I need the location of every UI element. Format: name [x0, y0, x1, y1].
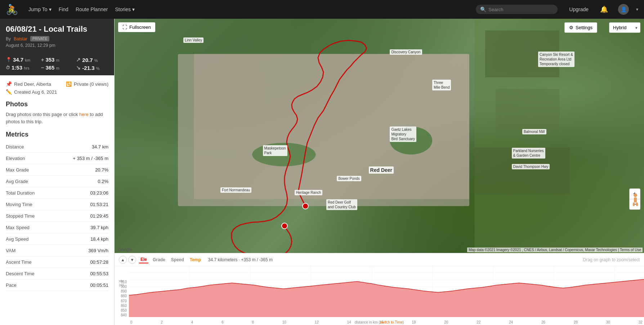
y-axis-label: ele(m) — [115, 279, 128, 287]
metrics-section: Metrics Distance 34.7 km Elevation + 353… — [6, 131, 108, 291]
map-type-select[interactable]: Hybrid Satellite Map — [609, 22, 640, 33]
elevation-down-icon: − — [41, 64, 44, 71]
clock-icon: ⏱ — [6, 65, 10, 70]
map-type-wrapper: Hybrid Satellite Map ▾ — [609, 22, 640, 33]
nav-jump-to[interactable]: Jump To ▾ — [28, 6, 52, 12]
trip-author[interactable]: Batstar — [14, 36, 27, 41]
svg-rect-10 — [633, 202, 635, 206]
metric-moving-time: Moving Time 01:53:21 — [6, 199, 108, 210]
settings-button[interactable]: ⚙ Settings — [564, 22, 597, 33]
metric-max-grade: Max Grade 20.7% — [6, 164, 108, 176]
metrics-section-title: Metrics — [6, 131, 108, 138]
trip-meta: By Batstar PRIVATE — [6, 36, 108, 41]
metric-avg-grade: Avg Grade 0.2% — [6, 176, 108, 187]
metric-distance: Distance 34.7 km — [6, 141, 108, 153]
right-section: Linn Valley Discovery Canyon ThreeMile B… — [115, 19, 644, 325]
location-text: Red Deer, Alberta — [14, 81, 51, 87]
left-content: 📌 Red Deer, Alberta 🔁 Private (0 views) … — [0, 75, 114, 297]
trip-header: 06/08/21 - Local Trails By Batstar PRIVA… — [0, 19, 114, 52]
stat-max-grade: ↗ 20.7 % — [76, 57, 108, 63]
chart-tab-speed[interactable]: Speed — [170, 257, 185, 263]
location-row: 📌 Red Deer, Alberta 🔁 Private (0 views) — [6, 81, 108, 87]
metric-max-speed: Max Speed 39.7 kph — [6, 222, 108, 233]
chart-tab-temp[interactable]: Temp — [188, 257, 202, 263]
photos-section-title: Photos — [6, 101, 108, 108]
chart-body[interactable]: 910 900 890 880 870 860 850 840 ele(m) — [115, 266, 644, 325]
search-box: 🔍 — [476, 5, 558, 14]
left-panel: 06/08/21 - Local Trails By Batstar PRIVA… — [0, 19, 115, 325]
search-icon: 🔍 — [480, 6, 486, 12]
elevation-svg — [129, 266, 644, 317]
user-avatar[interactable]: 👤 — [618, 4, 629, 15]
x-axis-unit-label: distance in km (switch to Time) — [355, 320, 404, 324]
avatar-dropdown[interactable]: ▾ — [636, 7, 638, 12]
privacy-icon: 🔁 — [66, 81, 72, 87]
urban-overlay — [178, 54, 469, 206]
main-layout: 06/08/21 - Local Trails By Batstar PRIVA… — [0, 0, 644, 325]
pencil-icon: ✏️ — [6, 89, 12, 95]
stat-distance: 📍 34.7 km — [6, 57, 38, 63]
photos-description: Drag photos onto this page or click here… — [6, 111, 108, 125]
nav-find[interactable]: Find — [59, 6, 68, 12]
location-pin-icon: 📌 — [6, 81, 12, 87]
map-attribution-text: Map data ©2021 Imagery ©2021 , CNES / Ai… — [467, 248, 643, 252]
fullscreen-button[interactable]: ⛶ Fullscreen — [118, 22, 155, 32]
elevation-up-icon: + — [41, 57, 44, 63]
street-view-person[interactable] — [631, 193, 640, 206]
chart-stats-text: 34.7 kilometers · +353 m / -365 m — [208, 257, 273, 262]
chevron-down-icon: ▾ — [132, 6, 135, 12]
svg-point-8 — [634, 193, 637, 197]
chart-up-button[interactable]: ▲ — [119, 256, 127, 264]
privacy-views-text: Private (0 views) — [74, 81, 108, 87]
created-row: ✏️ Created Aug 6, 2021 — [6, 89, 108, 95]
gear-icon: ⚙ — [569, 25, 573, 30]
trip-title: 06/08/21 - Local Trails — [6, 25, 108, 34]
top-nav: 🚴 Jump To ▾ Find Route Planner Stories ▾… — [0, 0, 644, 19]
metric-ascent-time: Ascent Time 00:57:28 — [6, 257, 108, 268]
switch-to-time-link[interactable]: switch to Time — [380, 320, 403, 324]
chart-toolbar: ▲ ▼ Ele Grade Speed Temp 34.7 kilometers… — [115, 253, 644, 266]
metric-elevation: Elevation + 353 m / -365 m — [6, 153, 108, 164]
trip-date: August 6, 2021, 12:29 pm — [6, 43, 108, 48]
stat-elevation-loss: − 365 m — [41, 64, 73, 71]
stat-duration: ⏱ 1:53 hrs — [6, 64, 38, 71]
chart-down-button[interactable]: ▼ — [128, 256, 136, 264]
privacy-badge: PRIVATE — [30, 36, 49, 41]
fullscreen-icon: ⛶ — [122, 25, 127, 30]
chart-tab-grade[interactable]: Grade — [151, 257, 167, 263]
photos-link[interactable]: here — [79, 112, 89, 117]
nav-stories[interactable]: Stories ▾ — [115, 6, 135, 12]
metric-total-duration: Total Duration 03:23:06 — [6, 187, 108, 199]
metric-stopped-time: Stopped Time 01:29:45 — [6, 210, 108, 222]
grade-up-icon: ↗ — [76, 57, 81, 63]
metric-pace: Pace 00:05:51 — [6, 280, 108, 291]
nav-route-planner[interactable]: Route Planner — [76, 6, 108, 12]
stat-elevation-gain: + 353 m — [41, 57, 73, 63]
svg-rect-11 — [636, 202, 638, 206]
grade-down-icon: ↘ — [76, 64, 81, 71]
chart-arrows: ▲ ▼ — [119, 256, 136, 264]
search-input[interactable] — [488, 7, 553, 12]
map-container[interactable]: Linn Valley Discovery Canyon ThreeMile B… — [115, 19, 644, 253]
metric-avg-speed: Avg Speed 18.4 kph — [6, 233, 108, 245]
elevation-chart-section: ▲ ▼ Ele Grade Speed Temp 34.7 kilometers… — [115, 253, 644, 325]
svg-rect-9 — [634, 197, 637, 202]
metric-vam: VAM 369 Vm/h — [6, 245, 108, 257]
metric-descent-time: Descent Time 00:55:53 — [6, 268, 108, 280]
distance-icon: 📍 — [6, 57, 12, 62]
chevron-down-icon: ▾ — [49, 6, 52, 12]
stat-min-grade: ↘ -21.3 % — [76, 64, 108, 71]
chart-drag-hint: Drag on graph to zoom/select — [583, 257, 640, 262]
chart-tab-elevation[interactable]: Ele — [139, 256, 148, 263]
upgrade-button[interactable]: Upgrade — [569, 6, 589, 12]
google-attribution: Google — [118, 247, 132, 252]
by-label: By — [6, 36, 11, 41]
stats-row: 📍 34.7 km + 353 m ↗ 20.7 % ⏱ 1:53 — [0, 52, 114, 75]
created-text: Created Aug 6, 2021 — [14, 89, 57, 95]
app-logo: 🚴 — [6, 4, 18, 15]
notification-bell[interactable]: 🔔 — [600, 5, 608, 13]
